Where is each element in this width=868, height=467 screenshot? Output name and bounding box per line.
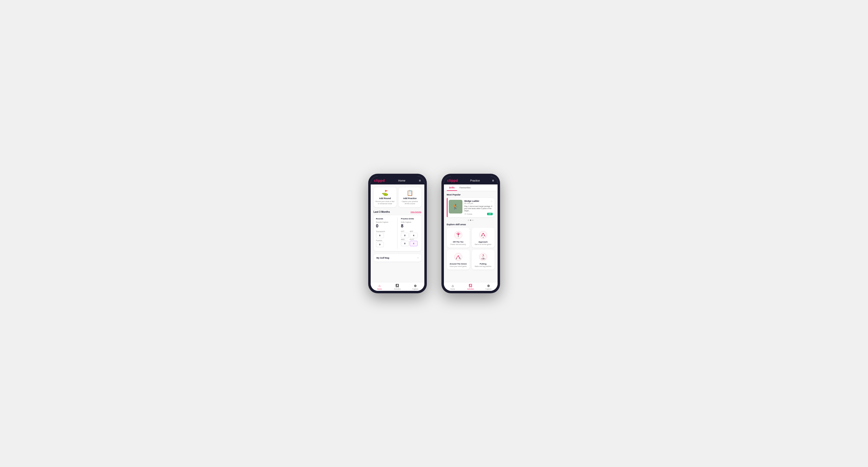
ott-icon-area xyxy=(449,230,468,240)
putt-label: PUTT xyxy=(410,239,417,240)
wedge-ladder-card[interactable]: 🏌️ Wedge Ladder 50–100 yds Play 1 shot a… xyxy=(447,198,495,217)
practice-activities-icon: ⛾ xyxy=(469,284,472,288)
dot-1 xyxy=(468,220,469,221)
rounds-title: Rounds xyxy=(376,218,394,220)
explore-label: Explore skill areas xyxy=(447,223,495,226)
atg-title: Around The Green xyxy=(449,263,468,265)
putt-value: 4 xyxy=(410,241,417,246)
skill-putting[interactable]: Putting Make and lag practice xyxy=(472,250,495,270)
practice-activities-label: Activities xyxy=(467,288,474,290)
phone-practice: clippd Practice ≡ Drills Favourites Most… xyxy=(441,174,500,293)
home-nav-icon: ⌂ xyxy=(378,284,380,288)
view-activity-link[interactable]: View Activity xyxy=(410,211,421,213)
drill-name: Wedge Ladder xyxy=(464,200,493,202)
atg-icon-area xyxy=(449,252,468,262)
golf-bag-chevron: › xyxy=(417,256,418,259)
add-practice-icon: 📋 xyxy=(400,190,420,196)
add-round-card[interactable]: ⛳ Add Round Record your shots in fast or… xyxy=(374,187,397,207)
add-practice-title: Add Practice xyxy=(400,197,420,199)
drill-yardage: 50–100 yds xyxy=(464,203,493,204)
practice-menu-icon[interactable]: ≡ xyxy=(492,179,494,183)
tab-favourites[interactable]: Favourites xyxy=(457,184,473,191)
home-content: ⛳ Add Round Record your shots in fast or… xyxy=(371,184,424,282)
practice-capture-label: Capture xyxy=(485,288,492,290)
practice-header: clippd Practice ≡ xyxy=(444,176,498,184)
drill-thumbnail: 🏌️ xyxy=(449,200,462,214)
clock-icon: ⏱ xyxy=(464,213,466,215)
practice-logo: clippd xyxy=(447,179,458,183)
ott-icon xyxy=(454,230,463,239)
add-practice-card[interactable]: 📋 Add Practice Capture your practice off… xyxy=(399,187,422,207)
atg-desc: Hone your short game xyxy=(449,266,468,267)
add-practice-desc: Capture your practice off-the-course xyxy=(400,200,420,205)
svg-point-21 xyxy=(482,257,483,257)
activities-nav-label: Activities xyxy=(394,288,401,290)
stats-columns: Rounds Rounds Capture 0 Tournament 0 xyxy=(376,218,419,249)
phone-home-screen: clippd Home ≡ ⛳ Add Round Record your sh… xyxy=(371,176,424,291)
arg-label: ARG xyxy=(401,239,409,240)
practice-capture-icon: ⊕ xyxy=(487,284,490,288)
phone-home: clippd Home ≡ ⛳ Add Round Record your sh… xyxy=(368,174,427,293)
svg-point-11 xyxy=(484,235,485,236)
ott-title: Off The Tee xyxy=(449,241,468,243)
nav-activities[interactable]: ⛾ Activities xyxy=(389,284,406,290)
rounds-capture-label: Rounds Capture xyxy=(376,221,394,223)
stats-card: Rounds Rounds Capture 0 Tournament 0 xyxy=(374,215,422,251)
practice-home-label: Home xyxy=(451,288,455,290)
drills-title: Practice Drills xyxy=(401,218,419,220)
practice-home-icon: ⌂ xyxy=(452,284,454,288)
ott-value: 0 xyxy=(401,233,409,238)
dot-3 xyxy=(472,220,473,221)
ott-app-row: OTT 0 APP 4 xyxy=(401,230,419,246)
atg-icon xyxy=(454,252,463,261)
svg-point-10 xyxy=(482,235,483,236)
stats-divider xyxy=(397,218,398,249)
app-value: 4 xyxy=(410,233,417,238)
practice-tabs: Drills Favourites xyxy=(444,184,498,191)
putting-icon-area xyxy=(474,252,493,262)
home-title: Home xyxy=(398,179,405,182)
practice-nav-capture[interactable]: ⊕ Capture xyxy=(479,284,497,290)
practice-nav-activities[interactable]: ⛾ Activities xyxy=(462,284,479,290)
phones-container: clippd Home ≡ ⛳ Add Round Record your sh… xyxy=(368,174,500,293)
drills-capture-label: Drills Capture xyxy=(401,221,419,223)
dot-2 xyxy=(470,220,471,221)
nav-home[interactable]: ⌂ Home xyxy=(371,284,389,290)
ott-desc: Power and accuracy xyxy=(449,244,468,245)
home-nav-label: Home xyxy=(377,288,382,290)
approach-icon xyxy=(479,230,488,239)
menu-icon[interactable]: ≡ xyxy=(419,179,421,183)
putting-title: Putting xyxy=(474,263,493,265)
golf-bag-row[interactable]: My Golf Bag › xyxy=(374,254,422,261)
practice-content: Most Popular 🏌️ Wedge Ladder 50–100 yds … xyxy=(444,191,498,282)
star-icon[interactable]: ☆ xyxy=(491,200,493,203)
carousel-dots xyxy=(447,220,495,221)
tab-drills[interactable]: Drills xyxy=(447,184,457,191)
clippd-logo: clippd xyxy=(374,179,385,183)
rounds-col: Rounds Rounds Capture 0 Tournament 0 xyxy=(376,218,394,249)
putting-icon xyxy=(479,252,488,261)
skill-around-green[interactable]: Around The Green Hone your short game xyxy=(447,250,470,270)
skill-approach[interactable]: Approach Dial-in to hit the green xyxy=(472,228,495,248)
svg-point-20 xyxy=(483,256,484,256)
most-popular-label: Most Popular xyxy=(447,193,495,196)
practice-title: Practice xyxy=(470,179,480,182)
app-badge: APP xyxy=(487,213,492,215)
practice-bottom-nav: ⌂ Home ⛾ Activities ⊕ Capture xyxy=(444,282,498,291)
skill-off-the-tee[interactable]: Off The Tee Power and accuracy xyxy=(447,228,470,248)
app-label: APP xyxy=(410,230,417,232)
svg-point-15 xyxy=(458,255,459,256)
drill-info: Wedge Ladder 50–100 yds Play 1 shot at e… xyxy=(464,200,493,215)
drill-footer: ⏱ 9 shots APP xyxy=(464,213,493,215)
golf-bag-title: My Golf Bag xyxy=(376,257,390,259)
golfer-icon: 🏌️ xyxy=(453,204,459,210)
practice-nav-home[interactable]: ⌂ Home xyxy=(444,284,462,290)
practice-value: 0 xyxy=(376,242,384,247)
activities-nav-icon: ⛾ xyxy=(396,284,399,288)
capture-nav-label: Capture xyxy=(412,288,418,290)
approach-icon-area xyxy=(474,230,493,240)
approach-title: Approach xyxy=(474,241,493,243)
svg-point-14 xyxy=(456,258,457,259)
rounds-value: 0 xyxy=(376,223,394,229)
nav-capture[interactable]: ⊕ Capture xyxy=(406,284,424,290)
